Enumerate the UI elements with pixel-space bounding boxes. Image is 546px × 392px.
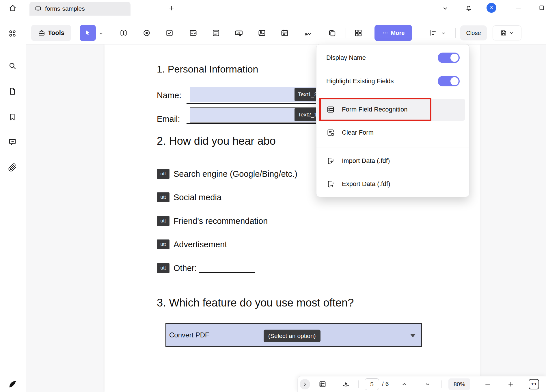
checkbox-field[interactable]: utt	[157, 263, 169, 273]
menu-item-form-field-recognition[interactable]: Form Field Recognition	[342, 105, 407, 114]
display-name-label: Display Name	[326, 54, 366, 62]
chevron-up-icon	[401, 381, 408, 388]
dropdown-arrow-icon[interactable]	[410, 334, 416, 337]
status-bar: 5 / 6 80% 1:1	[297, 376, 546, 392]
apps-grid-button[interactable]	[8, 29, 17, 38]
previous-page-button[interactable]	[398, 378, 411, 391]
list-box-tool[interactable]	[209, 26, 223, 40]
attachments-button[interactable]	[8, 163, 17, 172]
form-view-button[interactable]	[316, 378, 329, 391]
radio-button-tool[interactable]	[140, 26, 154, 40]
cursor-icon	[84, 29, 92, 37]
menu-item-export-data[interactable]: Export Data (.fdf)	[342, 180, 390, 188]
app-logo	[8, 379, 17, 388]
text-field-tool[interactable]	[117, 26, 131, 40]
comments-button[interactable]	[8, 138, 17, 147]
zoom-in-button[interactable]	[504, 378, 517, 391]
more-menu-panel: Display Name Highlight Existing Fields F…	[316, 44, 469, 197]
checkbox-row: utt Social media	[157, 192, 221, 202]
search-button[interactable]	[8, 62, 17, 71]
actual-size-button[interactable]: 1:1	[529, 379, 539, 389]
pointer-mode-icon	[342, 380, 350, 388]
highlight-fields-toggle[interactable]	[438, 76, 460, 86]
save-icon	[500, 29, 507, 37]
checkbox-row: utt Advertisement	[157, 239, 227, 249]
thumbnails-button[interactable]	[8, 87, 17, 96]
email-underline	[187, 123, 318, 124]
save-button-group[interactable]	[493, 25, 521, 40]
checkbox-tool[interactable]	[163, 26, 176, 40]
duplicate-field-tool[interactable]	[325, 26, 339, 40]
chevron-down-icon	[424, 381, 431, 388]
titlebar: forms-samples X	[26, 0, 546, 16]
chevron-right-icon	[302, 381, 308, 387]
ok-button-icon	[234, 28, 243, 38]
menu-divider	[316, 148, 470, 148]
more-button[interactable]: More	[374, 25, 412, 41]
display-name-toggle[interactable]	[438, 53, 460, 63]
date-field-tool[interactable]	[278, 26, 292, 40]
name-label: Name:	[157, 91, 181, 100]
checkbox-field[interactable]: utt	[157, 216, 169, 226]
select-tool-chevron-icon[interactable]	[98, 31, 104, 36]
checkbox-row: utt Other: ____________	[157, 263, 255, 273]
notifications-bell-icon[interactable]	[465, 4, 472, 12]
image-field-tool[interactable]	[255, 26, 269, 40]
list-box-icon	[212, 29, 220, 37]
pointer-mode-button[interactable]	[340, 378, 352, 391]
bookmarks-button[interactable]	[8, 113, 17, 122]
select-tool-button[interactable]	[80, 25, 96, 41]
image-field-icon	[258, 29, 266, 37]
tabs-dropdown-chevron-icon[interactable]	[442, 5, 449, 12]
home-button[interactable]	[8, 4, 18, 13]
new-tab-button[interactable]	[168, 5, 175, 12]
combo-box-icon	[189, 29, 197, 37]
arrange-grid-icon	[354, 29, 363, 37]
align-fields-tool[interactable]	[426, 26, 440, 40]
document-tab[interactable]: forms-samples	[29, 2, 131, 16]
zoom-level-button[interactable]: 80%	[448, 378, 470, 390]
tools-button[interactable]: Tools	[31, 25, 71, 41]
align-chevron-icon[interactable]	[441, 30, 446, 36]
toolbar-separator	[346, 28, 346, 38]
signature-field-tool[interactable]	[301, 26, 315, 40]
save-chevron-icon	[509, 30, 514, 36]
menu-item-clear-form[interactable]: Clear Form	[342, 128, 374, 137]
window-minimize-button[interactable]	[515, 4, 522, 12]
account-avatar[interactable]: X	[487, 3, 496, 13]
menu-item-import-data[interactable]: Import Data (.fdf)	[342, 157, 390, 165]
page-number-input[interactable]: 5	[365, 378, 379, 390]
name-underline	[187, 103, 318, 104]
tools-label: Tools	[48, 29, 64, 37]
next-page-button[interactable]	[421, 378, 434, 391]
form-toolbar: Tools More Close	[26, 16, 546, 44]
text-field-icon	[119, 29, 128, 37]
zoom-out-button[interactable]	[481, 378, 494, 391]
radio-button-icon	[142, 29, 151, 37]
checkbox-option-label: Social media	[174, 193, 221, 202]
tab-title: forms-samples	[45, 5, 85, 12]
combo-box-tool[interactable]	[186, 26, 200, 40]
checkbox-field[interactable]: utt	[157, 169, 169, 179]
align-fields-icon	[429, 29, 437, 37]
left-rail	[0, 0, 26, 392]
feature-dropdown-field[interactable]: Convert PDF (Select an option)	[165, 323, 422, 347]
checkbox-field[interactable]: utt	[157, 192, 169, 202]
tools-icon	[38, 29, 45, 37]
push-button-tool[interactable]	[232, 26, 246, 40]
arrange-fields-tool[interactable]	[351, 26, 365, 40]
tab-icon	[35, 5, 42, 12]
statusbar-separator	[358, 380, 359, 388]
checkbox-option-label: Friend's recommendation	[174, 216, 268, 226]
section1-heading: 1. Personal Information	[157, 64, 258, 75]
expand-statusbar-button[interactable]	[300, 379, 310, 389]
statusbar-separator	[441, 380, 442, 388]
window-maximize-button[interactable]	[538, 4, 546, 12]
form-view-icon	[318, 380, 327, 388]
section2-heading: 2. How did you hear abo	[157, 135, 276, 147]
close-form-mode-button[interactable]: Close	[460, 25, 487, 40]
ellipsis-icon	[382, 30, 388, 36]
checkbox-field[interactable]: utt	[157, 239, 169, 249]
import-data-icon	[326, 157, 335, 165]
checkbox-icon	[165, 29, 174, 37]
